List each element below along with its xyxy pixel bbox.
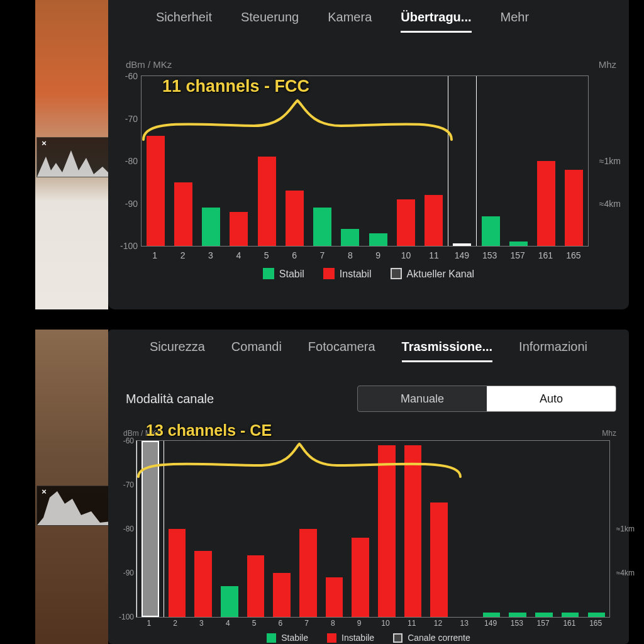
x-tick: 3 — [197, 250, 225, 260]
settings-panel-top: SicherheitSteuerungKameraÜbertragu...Meh… — [108, 0, 629, 309]
x-tick: 2 — [169, 250, 196, 260]
channel-bar-161[interactable] — [533, 76, 560, 246]
channel-bar-9[interactable] — [347, 441, 374, 617]
channel-bar-153[interactable] — [477, 76, 504, 246]
range-tick: ≈4km — [599, 199, 621, 209]
channel-bar-2[interactable] — [169, 76, 197, 246]
channel-bar-12[interactable] — [426, 441, 452, 617]
legend-swatch-current — [393, 633, 402, 643]
tab-sicherheit[interactable]: Sicherheit — [156, 10, 212, 31]
mode-label: Modalità canale — [126, 392, 214, 406]
annotation-bottom: 13 channels - CE — [146, 421, 272, 440]
channel-bar-3[interactable] — [190, 441, 216, 617]
close-icon[interactable]: × — [40, 487, 48, 496]
channel-bar-153[interactable] — [504, 441, 531, 617]
x-tick: 1 — [141, 250, 169, 260]
x-tick: 5 — [241, 619, 267, 628]
channel-bar-149[interactable] — [479, 441, 505, 617]
y-tick: -70 — [116, 480, 134, 489]
channel-bar-5[interactable] — [253, 76, 280, 246]
x-tick: 161 — [557, 619, 583, 628]
x-tick: 7 — [294, 619, 320, 628]
x-tick: 12 — [425, 619, 452, 628]
tab-informazioni[interactable]: Informazioni — [519, 340, 587, 360]
x-tick: 157 — [530, 619, 557, 628]
mode-option-manuale[interactable]: Manuale — [358, 386, 487, 411]
x-tick: 13 — [451, 619, 477, 628]
mode-option-auto[interactable]: Auto — [487, 386, 616, 411]
x-tick: 1 — [136, 619, 162, 628]
channel-bar-4[interactable] — [225, 76, 253, 246]
channel-bar-8[interactable] — [321, 441, 348, 617]
channel-bar-5[interactable] — [243, 441, 269, 617]
y-tick: -60 — [116, 71, 138, 81]
channel-mode-toggle[interactable]: ManualeAuto — [357, 386, 616, 412]
channel-bar-7[interactable] — [295, 441, 321, 617]
legend-bottom: Stabile Instabile Canale corrente — [108, 633, 629, 643]
y-tick: -60 — [116, 436, 134, 445]
channel-bar-1[interactable] — [136, 441, 164, 617]
x-tick: 8 — [336, 250, 364, 260]
y-tick: -90 — [116, 569, 134, 577]
histogram-overlay-top: × — [36, 137, 112, 177]
channel-bar-1[interactable] — [142, 76, 169, 246]
legend-top: Stabil Instabil Aktueller Kanal — [108, 268, 629, 280]
settings-panel-bottom: SicurezzaComandiFotocameraTrasmissione..… — [108, 330, 629, 644]
tab-fotocamera[interactable]: Fotocamera — [308, 340, 375, 360]
y-tick: -100 — [116, 613, 134, 621]
channel-bar-9[interactable] — [364, 76, 392, 246]
channel-bar-10[interactable] — [374, 441, 400, 617]
x-tick: 153 — [504, 619, 530, 628]
tab-mehr[interactable]: Mehr — [501, 10, 530, 31]
range-tick: ≈1km — [616, 525, 635, 533]
y-tick: -90 — [116, 199, 138, 209]
x-tick: 3 — [189, 619, 215, 628]
channel-bar-165[interactable] — [560, 76, 588, 246]
channel-bar-11[interactable] — [420, 76, 448, 246]
x-tick: 8 — [319, 619, 346, 628]
channel-bar-13[interactable] — [452, 441, 479, 617]
x-tick: 10 — [372, 619, 399, 628]
channel-chart-top: -60-70-80-90-100≈1km≈4km — [141, 75, 589, 247]
x-tick: 6 — [267, 619, 294, 628]
range-tick: ≈1km — [599, 156, 621, 166]
channel-bar-2[interactable] — [164, 441, 191, 617]
channel-bar-157[interactable] — [531, 441, 557, 617]
channel-bar-157[interactable] — [504, 76, 532, 246]
channel-bar-10[interactable] — [392, 76, 419, 246]
channel-bar-161[interactable] — [557, 441, 584, 617]
x-tick: 165 — [560, 250, 587, 260]
channel-bar-3[interactable] — [197, 76, 225, 246]
tab-comandi[interactable]: Comandi — [231, 340, 282, 360]
x-tick: 5 — [253, 250, 280, 260]
channel-bar-6[interactable] — [269, 441, 295, 617]
x-tick: 149 — [477, 619, 504, 628]
range-tick: ≈4km — [616, 569, 635, 577]
channel-bar-4[interactable] — [216, 441, 243, 617]
x-tick: 9 — [346, 619, 372, 628]
channel-bar-7[interactable] — [309, 76, 336, 246]
channel-chart-bottom: -60-70-80-90-100≈1km≈4km — [136, 440, 610, 618]
tab-sicurezza[interactable]: Sicurezza — [150, 340, 205, 360]
channel-bar-165[interactable] — [583, 441, 609, 617]
x-tick: 10 — [392, 250, 419, 260]
x-tick: 157 — [504, 250, 531, 260]
tab-steuerung[interactable]: Steuerung — [241, 10, 299, 31]
right-unit: Mhz — [602, 429, 616, 438]
right-unit: Mhz — [599, 59, 616, 70]
x-tick: 11 — [399, 619, 425, 628]
channel-bar-11[interactable] — [400, 441, 426, 617]
channel-bar-149[interactable] — [448, 76, 477, 246]
tab-trasmissione-[interactable]: Trasmissione... — [402, 340, 493, 362]
y-tick: -80 — [116, 525, 134, 533]
legend-swatch-current — [391, 268, 402, 279]
channel-bar-8[interactable] — [336, 76, 364, 246]
tab--bertragu-[interactable]: Übertragu... — [401, 10, 471, 33]
x-tick: 149 — [448, 250, 475, 260]
x-tick: 11 — [420, 250, 448, 260]
channel-bar-6[interactable] — [280, 76, 308, 246]
tab-kamera[interactable]: Kamera — [328, 10, 372, 31]
x-tick: 9 — [364, 250, 392, 260]
x-tick: 7 — [308, 250, 336, 260]
close-icon[interactable]: × — [40, 139, 48, 148]
